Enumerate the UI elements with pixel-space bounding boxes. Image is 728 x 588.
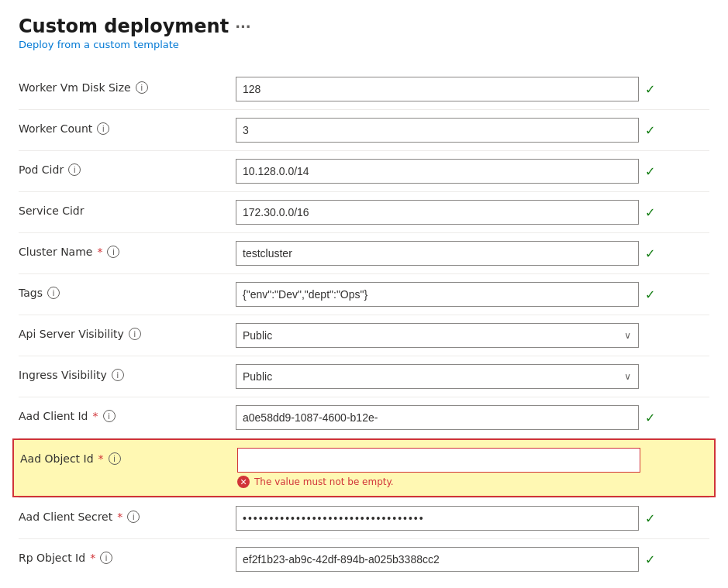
info-icon-api-server-visibility[interactable]: i [129,328,141,340]
input-aad-object-id[interactable] [237,448,640,473]
label-worker-vm-disk-size: Worker Vm Disk Size i [19,77,236,94]
info-icon-rp-object-id[interactable]: i [100,552,112,564]
input-pod-cidr[interactable] [236,159,639,184]
row-ingress-visibility: Ingress Visibility i Public Private ∨ [19,356,709,397]
select-ingress-visibility[interactable]: Public Private [236,364,639,389]
check-icon-rp-object-id: ✓ [645,552,655,567]
label-api-server-visibility: Api Server Visibility i [19,323,236,340]
info-icon-ingress-visibility[interactable]: i [112,369,124,381]
row-worker-count: Worker Count i ✓ [19,110,709,150]
input-worker-count[interactable] [236,118,639,143]
error-text-aad-object-id: The value must not be empty. [254,476,394,487]
row-tags: Tags i ✓ [19,274,709,315]
required-star-cluster-name: * [97,246,102,258]
input-wrap-cluster-name: ✓ [236,241,709,266]
label-service-cidr: Service Cidr [19,200,236,217]
label-tags: Tags i [19,282,236,299]
input-worker-vm-disk-size[interactable] [236,77,639,101]
page-title-text: Custom deployment [19,15,229,37]
required-star-aad-object-id: * [98,452,104,465]
input-cluster-name[interactable] [236,241,639,266]
input-wrap-ingress-visibility: Public Private ∨ [236,364,709,389]
required-star-aad-client-id: * [93,410,98,422]
page-subtitle: Deploy from a custom template [19,39,709,50]
row-aad-object-id: Aad Object Id * i ✕ The value must not b… [12,438,716,497]
check-icon-tags: ✓ [645,287,655,302]
info-icon-tags[interactable]: i [47,287,60,299]
row-api-server-visibility: Api Server Visibility i Public Private ∨ [19,315,709,356]
input-tags[interactable] [236,282,639,307]
label-pod-cidr: Pod Cidr i [19,159,236,176]
input-wrap-api-server-visibility: Public Private ∨ [236,323,709,348]
required-star-aad-client-secret: * [117,511,122,523]
input-service-cidr[interactable] [236,200,639,225]
input-wrap-service-cidr: ✓ [236,200,709,225]
check-icon-worker-count: ✓ [645,123,655,138]
row-pod-cidr: Pod Cidr i ✓ [19,151,709,191]
input-wrap-worker-count: ✓ [236,118,709,143]
info-icon-worker-count[interactable]: i [97,122,109,135]
input-wrap-pod-cidr: ✓ [236,159,709,184]
select-api-server-visibility[interactable]: Public Private [236,323,639,348]
info-icon-pod-cidr[interactable]: i [68,163,81,176]
select-wrap-ingress-visibility: Public Private ∨ [236,364,639,389]
label-worker-count: Worker Count i [19,118,236,135]
input-wrap-worker-vm-disk-size: ✓ [236,77,709,101]
row-rp-object-id: Rp Object Id * i ✓ [19,539,709,579]
page-title-row: Custom deployment ··· [19,15,709,37]
label-aad-client-id: Aad Client Id * i [19,405,236,422]
check-icon-aad-client-secret: ✓ [645,511,655,526]
page-container: Custom deployment ··· Deploy from a cust… [0,0,728,588]
row-service-cidr: Service Cidr ✓ [19,192,709,232]
input-wrap-tags: ✓ [236,282,709,307]
info-icon-cluster-name[interactable]: i [107,246,119,258]
ellipsis-icon[interactable]: ··· [235,19,251,35]
info-icon-worker-vm-disk-size[interactable]: i [136,81,148,94]
row-cluster-name: Cluster Name * i ✓ [19,233,709,273]
input-aad-client-id[interactable] [236,405,639,430]
check-icon-cluster-name: ✓ [645,246,655,261]
label-cluster-name: Cluster Name * i [19,241,236,258]
page-header: Custom deployment ··· Deploy from a cust… [0,0,728,63]
input-wrap-rp-object-id: ✓ [236,547,709,572]
check-icon-aad-client-id: ✓ [645,411,655,425]
info-icon-aad-client-secret[interactable]: i [127,511,140,523]
input-aad-client-secret[interactable] [236,506,639,531]
input-rp-object-id[interactable] [236,547,639,572]
check-icon-service-cidr: ✓ [645,205,655,220]
error-circle-icon: ✕ [237,476,250,488]
check-icon-pod-cidr: ✓ [645,164,655,179]
row-worker-vm-disk-size: Worker Vm Disk Size i ✓ [19,69,709,109]
label-rp-object-id: Rp Object Id * i [19,547,236,564]
label-ingress-visibility: Ingress Visibility i [19,364,236,381]
input-wrap-aad-client-secret: ✓ [236,506,709,531]
form-container: Worker Vm Disk Size i ✓ Worker Count i ✓ [0,63,728,588]
check-icon-worker-vm-disk-size: ✓ [645,82,655,97]
select-wrap-api-server-visibility: Public Private ∨ [236,323,639,348]
error-message-aad-object-id: ✕ The value must not be empty. [237,476,708,488]
label-aad-client-secret: Aad Client Secret * i [19,506,236,523]
input-wrap-aad-client-id: ✓ [236,405,709,430]
info-icon-aad-object-id[interactable]: i [109,452,121,465]
input-wrap-aad-object-id: ✕ The value must not be empty. [237,448,708,488]
required-star-rp-object-id: * [90,552,95,564]
info-icon-aad-client-id[interactable]: i [103,410,116,422]
row-aad-client-id: Aad Client Id * i ✓ [19,397,709,438]
row-aad-client-secret: Aad Client Secret * i ✓ [19,498,709,538]
label-aad-object-id: Aad Object Id * i [20,448,237,465]
